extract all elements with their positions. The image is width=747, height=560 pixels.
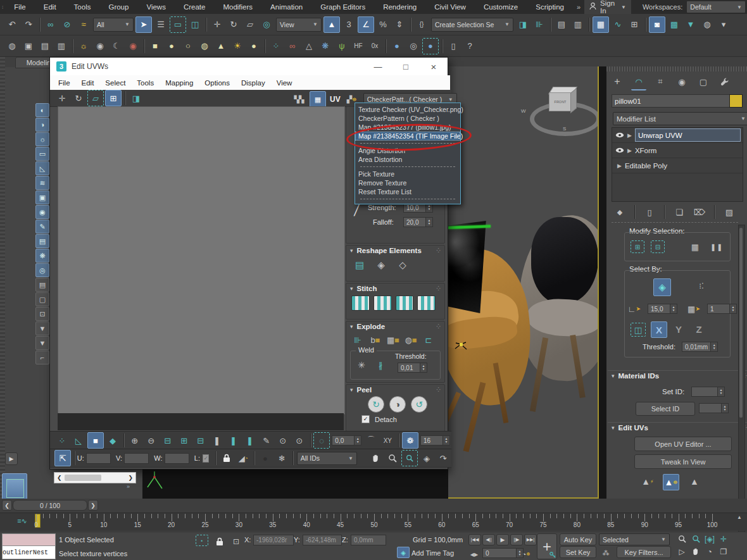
uv-scale-icon[interactable]: ▱: [87, 90, 104, 106]
edit-uvs-rollout-header[interactable]: Edit UVs: [608, 422, 747, 433]
tab-display-icon[interactable]: ▢: [696, 74, 711, 89]
selection-filter-dropdown[interactable]: All▼: [93, 18, 134, 32]
left-dock-icon[interactable]: ☼: [35, 132, 49, 146]
select-by-angle-icon[interactable]: ∟➤: [627, 301, 642, 316]
spinner-arrows[interactable]: [443, 435, 450, 445]
angle-threshold-spinner[interactable]: 15,0: [648, 304, 677, 314]
select-id-button[interactable]: Select ID: [636, 402, 695, 416]
axis-y-button[interactable]: Y: [671, 321, 686, 337]
popup-item[interactable]: Remove Texture: [355, 178, 460, 187]
zoom-icon[interactable]: [385, 451, 400, 466]
relax-cube-icon[interactable]: ◈: [374, 258, 389, 273]
uvw-menu-display[interactable]: Display: [235, 79, 271, 87]
use-pivot-center-icon[interactable]: ▲: [323, 16, 340, 33]
key-filters-button[interactable]: Key Filters...: [617, 546, 671, 558]
maximize-button[interactable]: □: [392, 62, 420, 72]
straighten-cube-icon[interactable]: ◇: [395, 258, 410, 273]
left-dock-icon[interactable]: ◐: [35, 103, 49, 117]
snowflake-flower-icon[interactable]: ❋: [318, 39, 333, 54]
menu-scripting[interactable]: Scripting: [527, 3, 573, 11]
sphere-select-icon[interactable]: ●: [422, 38, 439, 54]
undo-icon[interactable]: ↶: [4, 17, 20, 32]
panel-scrollbar-thumb[interactable]: [739, 228, 743, 418]
uv-tbar3-icon[interactable]: ❚: [242, 433, 258, 448]
expand-arrow-icon[interactable]: ▶: [627, 147, 635, 154]
popup-item[interactable]: Reset Texture List: [355, 187, 460, 196]
fov-icon[interactable]: ▷: [675, 546, 689, 557]
select-ring-icon[interactable]: ❚❚: [709, 239, 724, 254]
overflow-chevrons[interactable]: »: [127, 483, 130, 490]
schematic-view-icon[interactable]: ⊞: [627, 17, 642, 32]
select-id-spinner[interactable]: [699, 403, 729, 413]
zoom-extents-icon[interactable]: [◈]: [703, 533, 717, 544]
remove-modifier-icon[interactable]: ⌦: [692, 204, 707, 220]
play-button[interactable]: ▶: [496, 534, 509, 545]
render-frame-window-icon[interactable]: ▣: [21, 39, 36, 54]
expand-arrow-icon[interactable]: ▶: [627, 132, 635, 139]
popup-item[interactable]: Area Distortion: [355, 155, 460, 164]
zoom-all-icon[interactable]: [689, 533, 703, 544]
menu-civil-view[interactable]: Civil View: [425, 3, 475, 11]
toolbar-overflow-icon[interactable]: ▾: [716, 17, 731, 32]
zoom-icon[interactable]: [675, 533, 689, 544]
light-icon[interactable]: ☼: [76, 39, 91, 54]
zoom-region-icon[interactable]: [401, 450, 418, 466]
stack-row-xform[interactable]: ▶ XForm: [612, 143, 743, 158]
edit-named-selections-icon[interactable]: {}: [414, 17, 429, 32]
prev-frame-button[interactable]: ❮: [2, 500, 12, 511]
popup-item[interactable]: Angle Distortion: [355, 146, 460, 155]
x-coordinate-field[interactable]: -1969,028r: [253, 535, 294, 545]
left-dock-icon[interactable]: ❋: [35, 249, 49, 263]
uv-falloff-web-icon[interactable]: ❁: [402, 432, 418, 449]
scroll-left-arrow[interactable]: ❮: [54, 475, 65, 481]
select-by-name-icon[interactable]: ☰: [153, 17, 168, 32]
absolute-typein-icon[interactable]: ⇱: [54, 450, 71, 466]
quick-peel-icon[interactable]: ↻: [368, 396, 384, 413]
v-field[interactable]: [124, 453, 149, 464]
select-move-icon[interactable]: ✛: [210, 17, 225, 32]
uv-canvas[interactable]: [58, 106, 345, 414]
left-dock-icon[interactable]: ◑: [35, 118, 49, 132]
material-editor-icon[interactable]: ◙: [649, 16, 665, 33]
configure-modifier-sets-icon[interactable]: ▨: [722, 204, 737, 220]
object-name-field[interactable]: pillow01: [612, 94, 731, 108]
curve-editor-icon[interactable]: ∿: [610, 17, 625, 32]
uvw-menu-tools[interactable]: Tools: [131, 79, 160, 87]
rect-selection-icon[interactable]: ▭: [170, 16, 186, 33]
render-teapot-icon[interactable]: ◍: [4, 39, 20, 54]
mini-curve-editor-icon[interactable]: ≡∿: [16, 514, 28, 527]
left-dock-icon[interactable]: ⌐: [35, 351, 49, 364]
menu-overflow-chevron[interactable]: »: [573, 3, 584, 11]
listener-macro-line[interactable]: [2, 533, 56, 547]
axis-x-button[interactable]: X: [651, 321, 667, 338]
object-color-swatch[interactable]: [729, 94, 743, 108]
left-dock-icon[interactable]: ✎: [35, 220, 49, 233]
tweak-in-view-button[interactable]: Tweak In View: [634, 454, 732, 469]
stitch-custom-icon[interactable]: [351, 296, 370, 311]
left-dock-icon[interactable]: ▣: [35, 190, 49, 204]
next-key-button[interactable]: ||▶: [510, 534, 523, 545]
stack-row-editable-poly[interactable]: ▶ Editable Poly: [612, 158, 743, 173]
expand-arrow-icon[interactable]: ▶: [612, 163, 625, 169]
planar-select-icon[interactable]: ◫: [631, 323, 646, 337]
left-dock-icon[interactable]: ◺: [35, 161, 49, 175]
uv-edge-widget3-icon[interactable]: ⊟: [193, 433, 208, 448]
next-frame-button[interactable]: ❯: [88, 500, 98, 511]
primitive-square-icon[interactable]: ■: [148, 39, 163, 54]
rollout-separator[interactable]: [612, 222, 738, 223]
uv-edge-widget1-icon[interactable]: ⊟: [160, 433, 175, 448]
set-keys-button[interactable]: +: [537, 533, 557, 559]
time-tag-icon[interactable]: ◈: [397, 547, 410, 558]
uv-grow-selection-icon[interactable]: ⊕: [127, 433, 142, 448]
tab-create-icon[interactable]: +: [610, 74, 625, 89]
primitive-sphere-icon[interactable]: ●: [246, 39, 261, 54]
left-dock-icon[interactable]: ≋: [35, 176, 49, 190]
sun-icon[interactable]: ☀: [230, 39, 245, 54]
axis-z-button[interactable]: Z: [691, 321, 706, 337]
pan-hand-icon[interactable]: [689, 546, 703, 557]
hidden-blob-icon[interactable]: ●: [258, 451, 273, 466]
scatter-dots-icon[interactable]: ⁘: [268, 39, 284, 54]
smoothing-group-spinner[interactable]: 1: [707, 304, 737, 314]
weld-selected-icon[interactable]: ✳: [354, 358, 369, 373]
detach-checkbox[interactable]: ✓: [361, 415, 370, 423]
